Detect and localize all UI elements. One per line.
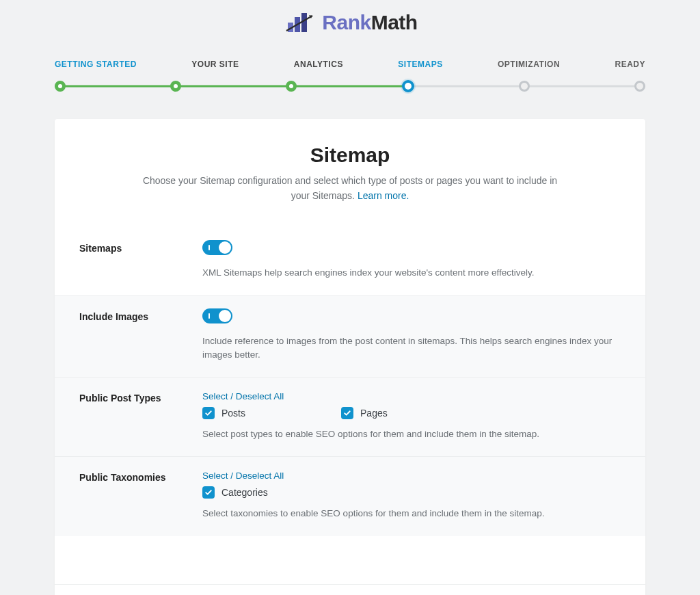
checkbox-item-pages: Pages	[341, 407, 388, 419]
card-footer: Skip Step Save and Continue	[55, 584, 645, 595]
toggle-include-images[interactable]	[202, 308, 232, 323]
step-getting-started[interactable]: GETTING STARTED	[55, 60, 137, 69]
check-icon	[343, 409, 351, 417]
checkbox-label-posts: Posts	[221, 408, 245, 419]
main-card: Sitemap Choose your Sitemap configuratio…	[55, 119, 645, 595]
node-optimization[interactable]	[519, 81, 530, 92]
step-your-site[interactable]: YOUR SITE	[191, 60, 239, 69]
setting-sitemaps: Sitemaps XML Sitemaps help search engine…	[55, 228, 645, 295]
step-ready[interactable]: READY	[615, 60, 645, 69]
node-your-site[interactable]	[170, 81, 181, 92]
check-icon	[204, 409, 213, 417]
label-include-images: Include Images	[79, 308, 189, 322]
brand-logo: RankMath	[282, 10, 417, 35]
label-taxonomies: Public Taxonomies	[79, 469, 189, 483]
desc-include-images: Include reference to images from the pos…	[202, 334, 621, 362]
node-sitemaps[interactable]	[402, 80, 414, 92]
desc-sitemaps: XML Sitemaps help search engines index y…	[202, 266, 621, 280]
desc-taxonomies: Select taxonomies to enable SEO options …	[202, 507, 621, 520]
setting-post-types: Public Post Types Select / Deselect All …	[55, 378, 645, 457]
brand-rank: Rank	[322, 11, 371, 34]
checkbox-label-categories: Categories	[221, 487, 268, 498]
checkbox-item-posts: Posts	[202, 407, 245, 419]
label-post-types: Public Post Types	[79, 390, 189, 404]
checkbox-label-pages: Pages	[360, 408, 388, 419]
toggle-sitemaps[interactable]	[202, 240, 232, 255]
setting-taxonomies: Public Taxonomies Select / Deselect All …	[55, 457, 645, 536]
page-title: Sitemap	[55, 144, 645, 167]
node-getting-started[interactable]	[55, 81, 66, 92]
brand-math: Math	[371, 11, 418, 34]
step-analytics[interactable]: ANALYTICS	[294, 60, 343, 69]
setup-wizard-page: RankMath GETTING STARTED YOUR SITE ANALY…	[0, 0, 700, 595]
page-subtitle: Choose your Sitemap configuration and se…	[55, 174, 645, 203]
select-all-taxonomies[interactable]: Select / Deselect All	[202, 471, 284, 481]
logo-wrap: RankMath	[0, 10, 700, 38]
desc-post-types: Select post types to enable SEO options …	[202, 427, 621, 441]
node-analytics[interactable]	[286, 81, 297, 92]
checkbox-pages[interactable]	[341, 407, 353, 419]
select-all-post-types[interactable]: Select / Deselect All	[202, 391, 284, 401]
learn-more-link[interactable]: Learn more.	[358, 190, 409, 201]
checkbox-posts[interactable]	[202, 407, 215, 419]
step-sitemaps[interactable]: SITEMAPS	[398, 60, 442, 69]
step-optimization[interactable]: OPTIMIZATION	[498, 60, 560, 69]
rankmath-logo-icon	[282, 10, 317, 35]
node-ready[interactable]	[634, 81, 645, 92]
checkbox-categories[interactable]	[202, 486, 215, 499]
svg-rect-2	[301, 13, 307, 32]
label-sitemaps: Sitemaps	[79, 240, 189, 254]
check-icon	[204, 488, 213, 497]
checkbox-item-categories: Categories	[202, 486, 268, 499]
stepper: GETTING STARTED YOUR SITE ANALYTICS SITE…	[0, 60, 700, 93]
setting-include-images: Include Images Include reference to imag…	[55, 295, 645, 378]
